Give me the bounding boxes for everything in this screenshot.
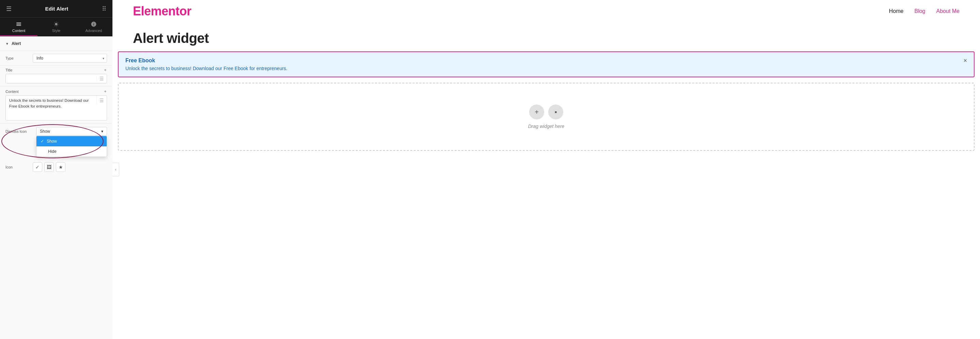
left-panel: ☰ Edit Alert ⠿ Content Style Advanced ▼ …: [0, 0, 113, 339]
dynamic-title-icon[interactable]: ✦: [103, 68, 107, 73]
icon-field-label: Icon: [5, 165, 33, 169]
title-input-wrap: Free Ebook ☰: [5, 74, 107, 83]
type-control: Info Success Warning Danger ▾: [33, 54, 107, 63]
dismiss-arrow-icon: ▾: [101, 129, 103, 134]
tab-content[interactable]: Content: [0, 18, 38, 36]
title-align-icon[interactable]: ☰: [96, 76, 107, 81]
alert-title: Free Ebook: [126, 57, 958, 63]
page-title-area: Alert widget: [113, 22, 980, 51]
nav-blog[interactable]: Blog: [914, 8, 925, 14]
nav-about-me[interactable]: About Me: [936, 8, 959, 14]
grid-icon[interactable]: ⠿: [102, 5, 106, 13]
dismiss-label: Dismiss Icon: [5, 129, 36, 133]
type-select-wrap: Info Success Warning Danger ▾: [33, 54, 107, 63]
alert-close-icon[interactable]: ×: [963, 57, 967, 63]
icon-row: Icon ✓ 🖼 ★: [0, 160, 113, 174]
dynamic-content-icon[interactable]: ✦: [103, 89, 107, 94]
site-logo: Elementor: [133, 4, 191, 18]
drop-text: Drag widget here: [528, 124, 565, 129]
type-row: Type Info Success Warning Danger ▾: [0, 51, 113, 66]
dismiss-dropdown: Show ▾ ✓ Show Hide: [36, 127, 107, 136]
site-nav: Elementor Home Blog About Me: [113, 0, 980, 22]
type-label: Type: [5, 56, 33, 60]
dismiss-section: Dismiss Icon Show ▾ ✓ Show Hide: [0, 124, 113, 177]
icon-star-btn[interactable]: ★: [56, 162, 65, 172]
icon-check-btn[interactable]: ✓: [33, 162, 42, 172]
title-field-label: Title: [5, 68, 33, 72]
panel-body: ▼ Alert Type Info Success Warning Danger…: [0, 36, 113, 339]
title-input-row: Free Ebook ☰: [0, 74, 113, 86]
dismiss-dropdown-list: ✓ Show Hide: [36, 136, 107, 157]
textarea-align-icon[interactable]: ☰: [96, 96, 107, 105]
dismiss-option-hide[interactable]: Hide: [37, 146, 107, 157]
tab-style[interactable]: Style: [38, 18, 75, 36]
add-widget-button[interactable]: +: [529, 105, 544, 119]
textarea-wrap: Unlock the secrets to business! Download…: [5, 95, 107, 120]
dismiss-selected[interactable]: Show ▾: [36, 127, 107, 136]
content-textarea[interactable]: Unlock the secrets to business! Download…: [6, 96, 96, 120]
svg-point-0: [55, 23, 57, 25]
content-field-label: Content: [5, 90, 33, 93]
type-select[interactable]: Info Success Warning Danger: [33, 54, 107, 63]
drop-zone-buttons: + ▪: [529, 105, 563, 119]
main-canvas: Elementor Home Blog About Me Alert widge…: [113, 0, 980, 339]
section-label: Alert: [11, 41, 21, 46]
alert-body: Unlock the secrets to business! Download…: [126, 66, 958, 71]
panel-header: ☰ Edit Alert ⠿: [0, 0, 113, 18]
dismiss-option-show[interactable]: ✓ Show: [37, 136, 107, 146]
checkmark-icon: ✓: [41, 139, 44, 144]
arrow-icon: ▼: [5, 42, 9, 46]
page-title: Alert widget: [133, 31, 959, 46]
title-input[interactable]: Free Ebook: [6, 74, 96, 83]
icon-controls: ✓ 🖼 ★: [33, 162, 65, 172]
collapse-panel-tab[interactable]: ‹: [113, 163, 119, 176]
content-label-row: Content ✦: [0, 86, 113, 95]
panel-title: Edit Alert: [45, 6, 68, 11]
content-textarea-row: Unlock the secrets to business! Download…: [0, 95, 113, 124]
drop-zone[interactable]: + ▪ Drag widget here: [118, 83, 975, 151]
alert-content: Free Ebook Unlock the secrets to busines…: [126, 57, 958, 71]
dismiss-row: Dismiss Icon Show ▾ ✓ Show Hide: [0, 124, 113, 139]
dismiss-selected-value: Show: [40, 129, 50, 134]
panel-tabs: Content Style Advanced: [0, 18, 113, 36]
nav-links: Home Blog About Me: [889, 8, 959, 14]
tab-advanced[interactable]: Advanced: [75, 18, 113, 36]
add-template-button[interactable]: ▪: [548, 105, 563, 119]
nav-home[interactable]: Home: [889, 8, 904, 14]
hamburger-icon[interactable]: ☰: [6, 5, 11, 13]
title-label-row: Title ✦: [0, 66, 113, 74]
section-header-alert[interactable]: ▼ Alert: [0, 36, 113, 51]
alert-widget: Free Ebook Unlock the secrets to busines…: [118, 51, 975, 77]
icon-image-btn[interactable]: 🖼: [44, 162, 54, 172]
